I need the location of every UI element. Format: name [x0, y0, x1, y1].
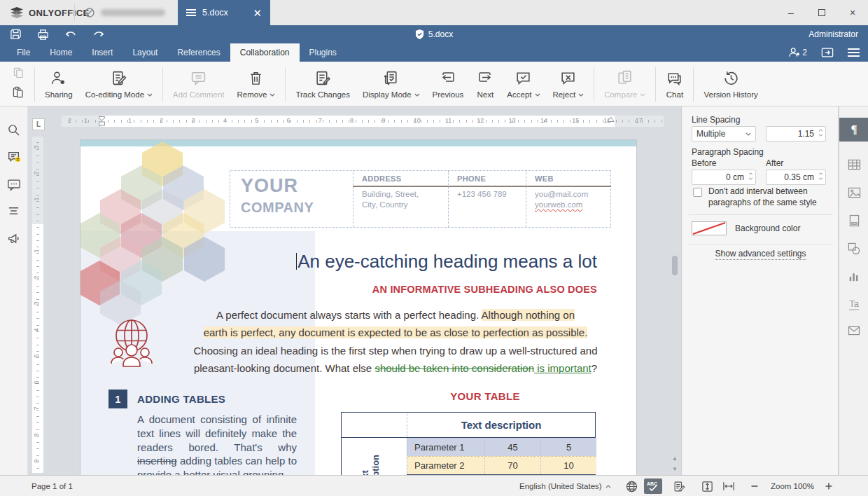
- spell-check-toggle[interactable]: ABC: [644, 478, 662, 494]
- chat-button[interactable]: Chat: [659, 65, 690, 104]
- text-art-settings-icon[interactable]: Ta: [839, 293, 868, 317]
- document-canvas[interactable]: L 211234567891011121314151617 3211234567…: [28, 106, 681, 475]
- display-mode-button[interactable]: Display Mode: [356, 65, 426, 104]
- track-changes-button[interactable]: Track Changes: [289, 65, 356, 104]
- shape-settings-icon[interactable]: [839, 237, 868, 261]
- document-table[interactable]: Text description Textdescription Paramet…: [341, 412, 596, 475]
- next-label: Next: [477, 90, 494, 99]
- add-comment-label: Add Comment: [173, 90, 225, 99]
- next-change-button[interactable]: Next: [470, 65, 500, 104]
- spacing-before-stepper[interactable]: 0 cm: [692, 170, 756, 185]
- line-spacing-label: Line Spacing: [692, 115, 740, 125]
- zoom-in-button[interactable]: [825, 476, 833, 496]
- stepper-arrows[interactable]: [818, 172, 823, 180]
- right-indent-marker[interactable]: [607, 116, 615, 123]
- copy-icon[interactable]: [13, 67, 24, 78]
- comments-icon[interactable]: [7, 150, 21, 164]
- chart-settings-icon[interactable]: [839, 265, 868, 289]
- server-tab[interactable]: [77, 0, 178, 25]
- menu-tab-references[interactable]: References: [167, 43, 230, 62]
- tab-stop-selector[interactable]: L: [32, 118, 45, 130]
- menu-tab-insert[interactable]: Insert: [82, 43, 122, 62]
- headings-navigation-icon[interactable]: [7, 205, 20, 216]
- chat-panel-icon[interactable]: [7, 178, 21, 191]
- search-icon[interactable]: [7, 123, 20, 137]
- next-page-button[interactable]: ▼: [671, 464, 679, 474]
- document-tab[interactable]: 5.docx ✕: [178, 0, 270, 25]
- fit-width-button[interactable]: [722, 476, 735, 496]
- table-settings-icon[interactable]: [839, 153, 868, 177]
- chevron-down-icon: [640, 93, 645, 97]
- stepper-arrows[interactable]: [818, 129, 823, 137]
- language-selector[interactable]: English (United States): [519, 476, 611, 496]
- paragraph-settings-panel: Line Spacing Multiple 1.15 Paragraph Spa…: [681, 106, 839, 475]
- indent-markers[interactable]: [98, 116, 106, 127]
- set-language-button[interactable]: [626, 476, 638, 496]
- spacing-after-stepper[interactable]: 0.35 cm: [766, 170, 826, 185]
- phone-column: PHONE +123 456 789: [448, 171, 526, 227]
- coediting-mode-button[interactable]: Co-editing Mode: [79, 65, 159, 104]
- tab-close-icon[interactable]: ✕: [253, 8, 262, 18]
- ruler-number: 2: [33, 275, 40, 279]
- image-settings-icon[interactable]: [839, 181, 868, 205]
- chevron-down-icon: [535, 93, 540, 97]
- zoom-level[interactable]: Zoom 100%: [767, 476, 818, 496]
- menu-tab-layout[interactable]: Layout: [122, 43, 167, 62]
- hamburger-menu-button[interactable]: [848, 48, 860, 57]
- line-spacing-select[interactable]: Multiple: [692, 126, 756, 142]
- feedback-icon[interactable]: [7, 232, 21, 245]
- onlyoffice-app: ONLYOFFICE 5.docx ✕ – ×: [0, 0, 868, 496]
- zoom-out-button[interactable]: [750, 476, 759, 496]
- fit-page-button[interactable]: [701, 476, 713, 496]
- version-history-button[interactable]: Version History: [697, 65, 764, 104]
- right-sidebar: ¶ Ta: [839, 106, 868, 475]
- vertical-scrollbar[interactable]: ▲ ▼: [671, 106, 679, 475]
- menu-tab-home[interactable]: Home: [40, 43, 82, 62]
- section-title: ADDING TABLES: [137, 393, 225, 405]
- menu-tab-file[interactable]: File: [7, 43, 40, 62]
- menu-tab-collaboration[interactable]: Collaboration: [230, 43, 300, 62]
- remove-comment-button[interactable]: Remove: [231, 65, 282, 104]
- line-spacing-multiple-value: 1.15: [798, 129, 814, 139]
- company-header-table[interactable]: YOUR COMPANY ADDRESS Building, Street,Ci…: [230, 170, 611, 228]
- background-color-swatch[interactable]: [692, 221, 727, 235]
- chevron-down-icon: [270, 93, 275, 97]
- previous-page-button[interactable]: ▲: [671, 454, 679, 463]
- document-page[interactable]: YOUR COMPANY ADDRESS Building, Street,Ci…: [80, 140, 636, 475]
- after-label: After: [766, 158, 783, 168]
- page-count[interactable]: Page 1 of 1: [31, 476, 73, 496]
- paste-icon[interactable]: [13, 86, 24, 98]
- collaboration-ribbon: Sharing Co-editing Mode Add Comment Remo…: [0, 62, 868, 106]
- header-footer-settings-icon[interactable]: [839, 209, 868, 233]
- menu-tab-plugins[interactable]: Plugins: [300, 43, 346, 62]
- minimize-button[interactable]: –: [776, 0, 806, 25]
- open-file-location-button[interactable]: [821, 47, 834, 58]
- vertical-ruler[interactable]: 321123456789: [32, 137, 43, 473]
- advanced-settings-link[interactable]: Show advanced settings: [682, 249, 839, 259]
- connected-users-button[interactable]: 2: [788, 47, 807, 58]
- ruler-number: 4: [223, 117, 227, 124]
- maximize-button[interactable]: [806, 0, 837, 25]
- track-changes-status-button[interactable]: [673, 476, 685, 496]
- previous-change-button[interactable]: Previous: [426, 65, 470, 104]
- global-team-icon: [110, 317, 153, 368]
- globe-icon: [626, 481, 638, 492]
- line-spacing-stepper[interactable]: 1.15: [766, 126, 826, 142]
- ruler-number: 1: [33, 249, 40, 252]
- horizontal-ruler[interactable]: 211234567891011121314151617: [62, 116, 664, 127]
- quick-access-bar: 5.docx Administrator: [0, 25, 868, 43]
- tracked-insertion: is important: [534, 362, 592, 374]
- reject-change-button[interactable]: Reject: [547, 65, 591, 104]
- section-number-badge: 1: [108, 390, 127, 408]
- stepper-arrows[interactable]: [748, 172, 753, 180]
- sharing-button[interactable]: Sharing: [38, 65, 79, 104]
- ruler-number: 8: [350, 117, 354, 124]
- close-button[interactable]: ×: [837, 0, 868, 25]
- scrollbar-thumb[interactable]: [672, 256, 678, 275]
- paragraph-settings-icon[interactable]: ¶: [839, 118, 868, 142]
- tracked-deletion: should be taken into consideration: [374, 362, 534, 374]
- accept-change-button[interactable]: Accept: [500, 65, 546, 104]
- mail-merge-icon[interactable]: [839, 319, 868, 343]
- no-interval-checkbox[interactable]: [693, 188, 702, 197]
- chevron-up-icon: [606, 485, 611, 488]
